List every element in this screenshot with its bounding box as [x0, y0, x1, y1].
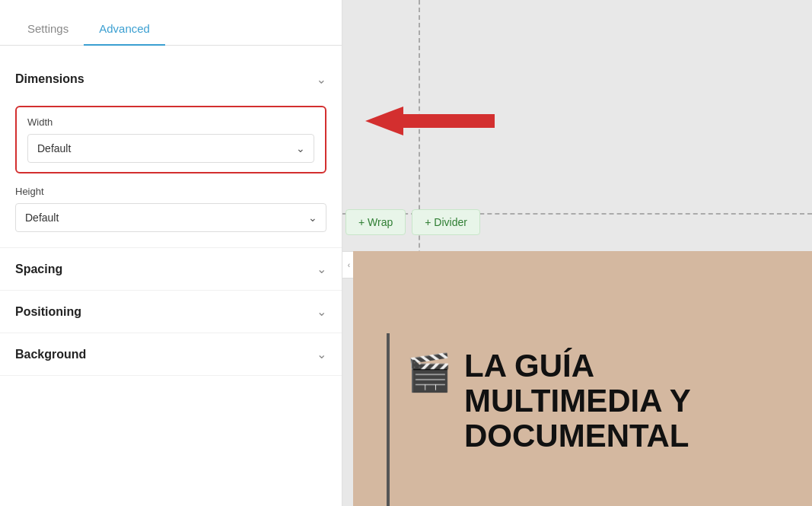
chevron-down-positioning-icon: ⌄: [317, 304, 326, 319]
chevron-down-background-icon: ⌄: [317, 347, 326, 361]
film-icon: 🎬: [406, 352, 452, 394]
height-field-box: Height Default Custom Full Height ⌄: [15, 186, 326, 232]
headline-line1: LA GUÍA: [464, 348, 691, 383]
svg-marker-1: [365, 107, 403, 135]
height-select[interactable]: Default Custom Full Height: [15, 203, 326, 232]
height-select-wrapper: Default Custom Full Height ⌄: [15, 203, 326, 232]
content-area: − + 1/2 + Element ✥ 🔗 ⧉ 🗑 − + 1/1 ✥ 🔗 ⧉ …: [353, 251, 812, 506]
headline-line2: MULTIMEDIA Y: [464, 383, 691, 418]
section-background-header[interactable]: Background ⌄: [0, 333, 342, 375]
section-dimensions: Dimensions ⌃ Width Default Custom Full W…: [0, 58, 342, 248]
width-select-wrapper: Default Custom Full Width ⌄: [27, 134, 314, 163]
collapse-icon: ‹: [348, 261, 350, 269]
spacing-title: Spacing: [15, 263, 62, 276]
height-label: Height: [15, 186, 326, 197]
width-select[interactable]: Default Custom Full Width: [27, 134, 314, 163]
right-panel: + Wrap + Divider ‹ − + 1/2 + Element ✥ 🔗…: [342, 0, 812, 506]
chevron-down-spacing-icon: ⌄: [317, 262, 326, 276]
dimensions-title: Dimensions: [15, 72, 84, 86]
wrap-button[interactable]: + Wrap: [345, 209, 406, 235]
tab-bar: Settings Advanced: [0, 0, 342, 46]
section-background: Background ⌄: [0, 333, 342, 376]
width-label: Width: [27, 116, 314, 128]
section-positioning: Positioning ⌄: [0, 291, 342, 333]
tab-settings[interactable]: Settings: [12, 13, 84, 46]
background-title: Background: [15, 348, 86, 361]
panel-content: Dimensions ⌃ Width Default Custom Full W…: [0, 46, 342, 506]
tab-advanced[interactable]: Advanced: [84, 13, 165, 46]
headline: LA GUÍA MULTIMEDIA Y DOCUMENTAL: [464, 348, 691, 454]
section-spacing-header[interactable]: Spacing ⌄: [0, 248, 342, 290]
svg-rect-0: [403, 114, 495, 128]
action-buttons-row: + Wrap + Divider: [345, 209, 480, 235]
dimensions-content: Width Default Custom Full Width ⌄ Height: [0, 100, 342, 247]
width-field-box: Width Default Custom Full Width ⌄: [15, 106, 326, 173]
section-positioning-header[interactable]: Positioning ⌄: [0, 291, 342, 333]
positioning-title: Positioning: [15, 305, 81, 319]
section-dimensions-header[interactable]: Dimensions ⌃: [0, 58, 342, 100]
content-left-border: [387, 333, 390, 506]
headline-line3: DOCUMENTAL: [464, 418, 691, 453]
divider-button[interactable]: + Divider: [412, 209, 480, 235]
arrow-annotation: [358, 91, 510, 152]
content-text-area: 🎬 LA GUÍA MULTIMEDIA Y DOCUMENTAL: [391, 333, 812, 506]
chevron-up-icon: ⌃: [317, 72, 326, 86]
left-panel: Settings Advanced Dimensions ⌃ Width Def…: [0, 0, 342, 506]
section-spacing: Spacing ⌄: [0, 248, 342, 291]
